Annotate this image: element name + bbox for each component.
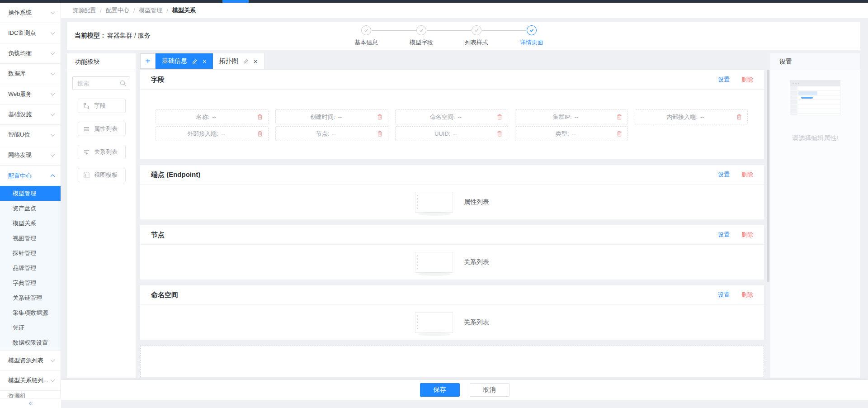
sidebar-subitem-data-permission[interactable]: 数据权限设置 <box>0 335 61 350</box>
tool-view-template[interactable]: 视图模板 <box>78 168 126 182</box>
chevron-down-icon <box>51 71 55 76</box>
trash-icon[interactable] <box>377 130 383 137</box>
breadcrumb-current: 模型关系 <box>172 6 196 14</box>
cancel-button[interactable]: 取消 <box>470 383 509 397</box>
trash-icon[interactable] <box>377 114 383 120</box>
breadcrumb-item[interactable]: 模型管理 <box>139 6 162 14</box>
trash-icon[interactable] <box>496 130 503 137</box>
field-chip[interactable]: 集群IP:-- <box>515 109 628 124</box>
section-header: 字段 设置 删除 <box>140 70 764 90</box>
sidebar-subitem-view-management[interactable]: 视图管理 <box>0 231 61 246</box>
search-icon[interactable] <box>120 80 126 86</box>
trash-icon[interactable] <box>616 114 623 120</box>
sidebar-item-smart-u[interactable]: 智能U位 <box>0 125 61 145</box>
sidebar-item-webservice[interactable]: Web服务 <box>0 84 61 104</box>
sidebar-item-database[interactable]: 数据库 <box>0 64 61 84</box>
settings-link[interactable]: 设置 <box>718 171 730 179</box>
sidebar-subitem-model-management[interactable]: 模型管理 <box>0 186 61 201</box>
trash-icon[interactable] <box>257 130 263 137</box>
sidebar-subitem-model-relation[interactable]: 模型关系 <box>0 216 61 231</box>
attribute-list-icon <box>83 126 90 133</box>
relation-list-icon <box>83 149 90 156</box>
sidebar-item-partial[interactable]: 资源组 <box>0 391 61 398</box>
relation-list-widget[interactable]: 关系列表 <box>140 305 764 340</box>
attribute-list-widget[interactable]: 属性列表 <box>140 185 764 219</box>
step-model-fields[interactable]: 模型字段 <box>416 25 427 35</box>
field-tree-icon <box>83 103 90 109</box>
edit-tab-icon[interactable] <box>192 58 198 64</box>
view-template-icon <box>83 172 90 179</box>
preview-window-body <box>790 86 840 115</box>
sidebar-item-os[interactable]: 操作系统 <box>0 3 61 23</box>
scrollbar-thumb[interactable] <box>767 70 769 282</box>
sidebar-item-model-relation-chain-list[interactable]: 模型关系链列... <box>0 370 61 391</box>
tool-relation-list[interactable]: 关系列表 <box>78 145 126 159</box>
sidebar-subitem-collect-datasource[interactable]: 采集项数据源 <box>0 305 61 320</box>
step-detail-page[interactable]: 详情页面 <box>526 25 537 35</box>
sidebar-subitem-brand-management[interactable]: 品牌管理 <box>0 261 61 275</box>
sidebar-item-model-resource-list[interactable]: 模型资源列表 <box>0 350 61 370</box>
trash-icon[interactable] <box>736 114 742 120</box>
field-chip[interactable]: 名称:-- <box>156 109 269 124</box>
sidebar-item-config-center[interactable]: 配置中心 <box>0 166 61 186</box>
sidebar-subitem-credentials[interactable]: 凭证 <box>0 320 61 335</box>
sidebar-item-loadbalancer[interactable]: 负载均衡 <box>0 43 61 64</box>
delete-link[interactable]: 删除 <box>741 76 753 84</box>
current-model-info: 当前模型： 容器集群 / 服务 <box>75 22 151 50</box>
field-chip[interactable]: 命名空间:-- <box>395 109 508 124</box>
tab-topology[interactable]: 拓扑图 × <box>213 53 264 69</box>
field-chip[interactable]: 类型:-- <box>515 126 628 141</box>
search-input[interactable] <box>73 80 116 87</box>
field-chips: 名称:-- 创建时间:-- 命名空间:-- 集群IP:-- 内部接入端:-- 外… <box>140 90 764 159</box>
settings-link[interactable]: 设置 <box>718 231 730 239</box>
sidebar-subitem-relation-chain[interactable]: 关系链管理 <box>0 290 61 305</box>
save-button[interactable]: 保存 <box>420 383 460 397</box>
close-tab-icon[interactable]: × <box>203 58 207 65</box>
chevron-up-icon <box>51 175 55 179</box>
field-chip[interactable]: 节点:-- <box>275 126 388 141</box>
section-header: 端点 (Endpoint) 设置 删除 <box>140 165 764 185</box>
trash-icon[interactable] <box>496 114 503 120</box>
tab-bar: + 基础信息 × 拓扑图 × <box>140 53 764 69</box>
settings-link[interactable]: 设置 <box>718 291 730 299</box>
settings-link[interactable]: 设置 <box>718 76 730 84</box>
step-basic-info[interactable]: 基本信息 <box>361 25 372 35</box>
section-node: 节点 设置 删除 关系列表 <box>140 225 764 280</box>
breadcrumb-item[interactable]: 资源配置 <box>72 6 96 14</box>
step-check-icon <box>416 25 426 35</box>
trash-icon[interactable] <box>616 130 623 137</box>
delete-link[interactable]: 删除 <box>741 231 753 239</box>
breadcrumb-separator: / <box>133 7 135 14</box>
tool-attribute-list[interactable]: 属性列表 <box>78 122 126 136</box>
close-tab-icon[interactable]: × <box>254 58 258 65</box>
section-header: 命名空间 设置 删除 <box>140 285 764 305</box>
sidebar-item-network-discovery[interactable]: 网络发现 <box>0 145 61 166</box>
sidebar-subitem-dict-management[interactable]: 字典管理 <box>0 275 61 290</box>
current-model-value: 容器集群 / 服务 <box>107 32 151 40</box>
edit-tab-icon[interactable] <box>243 58 249 64</box>
function-modules-panel: 功能板块 字段 属性列表 关系列表 视图模板 <box>67 53 136 378</box>
section-title: 命名空间 <box>151 291 178 299</box>
field-chip[interactable]: 内部接入端:-- <box>635 109 748 124</box>
field-chip[interactable]: UUID:-- <box>395 126 508 141</box>
new-section-dropzone[interactable] <box>140 346 764 377</box>
add-tab-button[interactable]: + <box>140 53 156 69</box>
delete-link[interactable]: 删除 <box>741 171 753 179</box>
sidebar-item-infrastructure[interactable]: 基础设施 <box>0 104 61 125</box>
sidebar-collapse-bar[interactable] <box>0 398 61 408</box>
sidebar-subitem-probe-management[interactable]: 探针管理 <box>0 246 61 261</box>
sidebar-subitem-asset-inventory[interactable]: 资产盘点 <box>0 201 61 216</box>
trash-icon[interactable] <box>257 114 263 120</box>
settings-empty-hint: 请选择编辑属性! <box>770 134 860 142</box>
delete-link[interactable]: 删除 <box>741 291 753 299</box>
field-chip[interactable]: 创建时间:-- <box>275 109 388 124</box>
settings-panel: 设置 请选择编辑属性! <box>770 53 860 378</box>
section-header: 节点 设置 删除 <box>140 225 764 245</box>
tool-field[interactable]: 字段 <box>78 99 126 113</box>
relation-list-widget[interactable]: 关系列表 <box>140 245 764 280</box>
field-chip[interactable]: 外部接入端:-- <box>156 126 269 141</box>
step-list-style[interactable]: 列表样式 <box>471 25 482 35</box>
sidebar-item-idc[interactable]: IDC监测点 <box>0 23 61 43</box>
tab-basic-info[interactable]: 基础信息 × <box>156 53 213 69</box>
breadcrumb-item[interactable]: 配置中心 <box>106 6 129 14</box>
